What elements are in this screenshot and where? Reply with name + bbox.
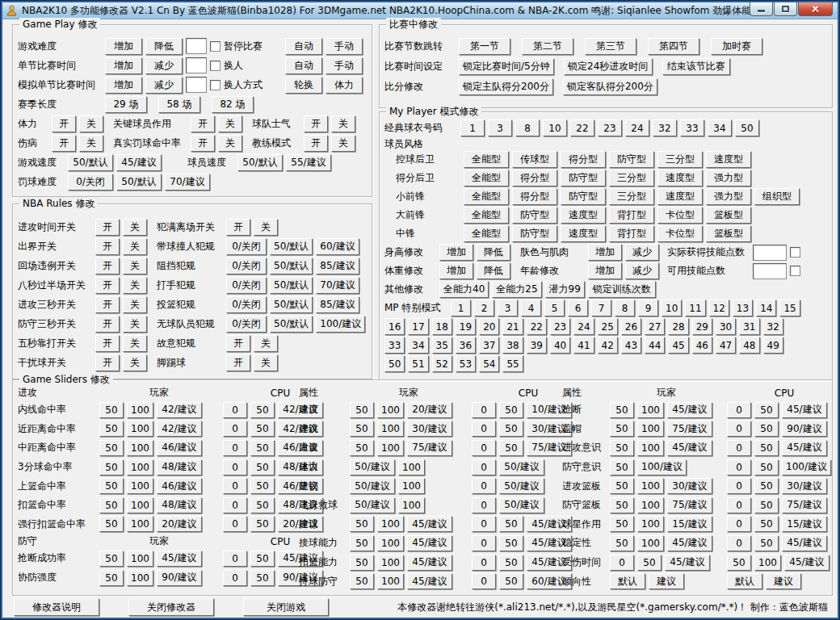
- action-button[interactable]: 锁定比赛时间/5分钟: [459, 58, 554, 75]
- action-button[interactable]: 全能型: [464, 225, 509, 242]
- slider-value-button[interactable]: 100: [377, 440, 404, 456]
- action-button[interactable]: 防守型: [609, 151, 654, 168]
- slider-value-button[interactable]: 0: [472, 516, 496, 532]
- action-button[interactable]: 得分型: [512, 188, 557, 205]
- action-button[interactable]: 关: [218, 135, 242, 152]
- slider-value-button[interactable]: 30/建议: [667, 478, 712, 494]
- slider-value-button[interactable]: 50: [727, 555, 751, 571]
- action-button[interactable]: 44: [645, 337, 665, 354]
- action-button[interactable]: 手动: [326, 57, 363, 74]
- action-button[interactable]: 13: [733, 300, 753, 316]
- action-button[interactable]: 3: [498, 300, 518, 316]
- slider-value-button[interactable]: 50: [250, 402, 275, 418]
- slider-value-button[interactable]: 100: [637, 402, 664, 418]
- action-button[interactable]: 34: [708, 119, 732, 136]
- action-button[interactable]: 48: [739, 337, 759, 354]
- slider-value-button[interactable]: 0: [223, 497, 247, 513]
- action-button[interactable]: 关: [123, 219, 147, 236]
- action-button[interactable]: 45: [668, 337, 688, 354]
- slider-value-button[interactable]: 50: [350, 402, 374, 418]
- action-button[interactable]: 0/关闭: [226, 316, 267, 333]
- slider-value-button[interactable]: 0: [727, 440, 751, 456]
- action-button[interactable]: 第一节: [459, 38, 510, 55]
- value-input[interactable]: [186, 38, 207, 54]
- action-button[interactable]: 关: [254, 335, 278, 352]
- action-button[interactable]: 37: [479, 337, 499, 354]
- action-button[interactable]: 全能力40: [439, 281, 489, 298]
- slider-value-button[interactable]: 100: [637, 535, 664, 551]
- slider-value-button[interactable]: 45/建议: [667, 402, 712, 418]
- slider-value-button[interactable]: 0: [727, 402, 751, 418]
- action-button[interactable]: 篮板型: [706, 207, 751, 224]
- slider-value-button[interactable]: 45/建议: [665, 555, 710, 571]
- action-button[interactable]: 0/关闭: [226, 277, 267, 294]
- slider-value-button[interactable]: 50: [499, 440, 523, 456]
- action-button[interactable]: 关: [123, 277, 147, 294]
- action-button[interactable]: 85/建议: [316, 258, 359, 274]
- action-button[interactable]: 85/建议: [316, 296, 359, 313]
- action-button[interactable]: 7: [591, 300, 611, 316]
- action-button[interactable]: 15: [779, 300, 800, 316]
- action-button[interactable]: 体力: [326, 77, 363, 94]
- slider-value-button[interactable]: 50: [99, 440, 124, 456]
- action-button[interactable]: 82 场: [212, 96, 254, 113]
- slider-value-button[interactable]: 50: [350, 440, 374, 456]
- action-button[interactable]: 11: [685, 300, 705, 316]
- slider-value-button[interactable]: 50: [250, 459, 275, 475]
- action-button[interactable]: 关: [123, 296, 147, 313]
- action-button[interactable]: 29 场: [105, 96, 147, 113]
- action-button[interactable]: 背打型: [609, 207, 654, 224]
- action-button[interactable]: 50/默认: [270, 258, 313, 274]
- action-button[interactable]: 第三节: [585, 38, 636, 55]
- minimize-button[interactable]: [750, 2, 773, 16]
- slider-value-button[interactable]: 50: [499, 516, 523, 532]
- action-button[interactable]: 防守型: [512, 207, 557, 224]
- action-button[interactable]: 26: [621, 318, 641, 335]
- action-button[interactable]: 50/默认: [270, 277, 313, 294]
- slider-value-button[interactable]: 0: [223, 459, 247, 475]
- slider-value-button[interactable]: 100: [127, 516, 153, 532]
- action-button[interactable]: 防守型: [561, 188, 606, 205]
- action-button[interactable]: 70/建议: [165, 174, 210, 191]
- action-button[interactable]: 减少: [145, 57, 183, 74]
- slider-value-button[interactable]: 50: [754, 440, 779, 456]
- slider-value-button[interactable]: 100/建议: [782, 459, 831, 475]
- slider-value-button[interactable]: 0: [727, 497, 751, 513]
- slider-value-button[interactable]: 50: [754, 402, 779, 418]
- action-button[interactable]: 关: [79, 115, 103, 132]
- slider-value-button[interactable]: 50: [250, 516, 275, 532]
- action-button[interactable]: 43: [621, 337, 641, 354]
- action-button[interactable]: 关: [218, 115, 242, 132]
- action-button[interactable]: 开: [95, 258, 120, 274]
- action-button[interactable]: 46: [692, 337, 712, 354]
- slider-value-button[interactable]: 0: [472, 402, 496, 418]
- slider-value-button[interactable]: 50: [99, 570, 124, 586]
- slider-value-button[interactable]: 50: [610, 402, 634, 418]
- action-button[interactable]: 关: [79, 135, 103, 152]
- slider-value-button[interactable]: 50: [754, 497, 779, 513]
- action-button[interactable]: 强力型: [706, 170, 751, 186]
- slider-value-button[interactable]: 0: [727, 516, 751, 532]
- slider-value-button[interactable]: 30/建议: [407, 421, 452, 437]
- action-button[interactable]: 三分型: [609, 170, 654, 186]
- action-button[interactable]: 50/默认: [270, 238, 313, 255]
- slider-value-button[interactable]: 50: [99, 459, 124, 475]
- action-button[interactable]: 0/关闭: [226, 296, 267, 313]
- action-button[interactable]: 28: [668, 318, 688, 335]
- action-button[interactable]: 22: [527, 318, 547, 335]
- action-button[interactable]: 9: [638, 300, 658, 316]
- value-input[interactable]: [753, 245, 787, 261]
- action-button[interactable]: 17: [408, 318, 428, 335]
- action-button[interactable]: 第四节: [648, 38, 699, 55]
- slider-value-button[interactable]: 50: [499, 535, 523, 551]
- slider-value-button[interactable]: 50/建议: [499, 459, 544, 475]
- slider-value-button[interactable]: 50: [350, 535, 374, 551]
- action-button[interactable]: 锁定24秒进攻时间: [564, 58, 653, 75]
- action-button[interactable]: 开: [191, 115, 215, 132]
- slider-value-button[interactable]: 50: [99, 478, 124, 494]
- action-button[interactable]: 关: [123, 354, 147, 371]
- slider-value-button[interactable]: 50/建议: [350, 478, 395, 494]
- slider-value-button[interactable]: 50: [99, 516, 124, 532]
- action-button[interactable]: 8: [515, 119, 540, 136]
- action-button[interactable]: 35: [432, 337, 452, 354]
